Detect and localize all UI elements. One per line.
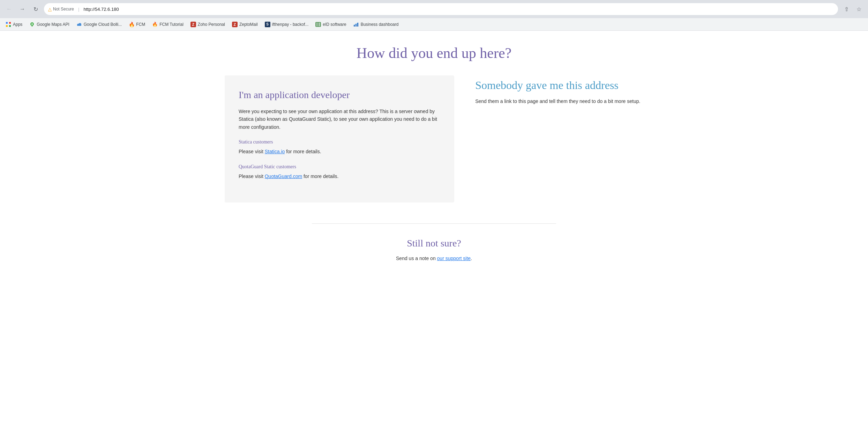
reload-button[interactable]: ↻: [31, 4, 40, 14]
svg-rect-18: [357, 23, 358, 27]
bottom-section: Still not sure? Send us a note on our su…: [312, 223, 556, 262]
security-label: Not Secure: [53, 7, 74, 12]
security-warning: △ Not Secure: [48, 7, 74, 12]
svg-rect-16: [354, 25, 355, 27]
bookmark-business-label: Business dashboard: [361, 22, 399, 27]
bookmark-maps-label: Google Maps API: [37, 22, 69, 27]
statica-paragraph: Please visit Statica.io for more details…: [239, 148, 440, 155]
bookmark-eid[interactable]: eID software: [313, 20, 349, 29]
business-icon: [353, 22, 359, 27]
bookmark-zeptomail[interactable]: Z ZeptoMail: [229, 20, 261, 29]
bookmark-ifthenpay-label: ifthenpay - backof...: [272, 22, 309, 27]
statica-text-before: Please visit: [239, 149, 265, 154]
bottom-title: Still not sure?: [312, 238, 556, 249]
bookmark-cloud-label: Google Cloud Bolli...: [84, 22, 122, 27]
bookmark-zepto-label: ZeptoMail: [239, 22, 258, 27]
support-link[interactable]: our support site: [437, 256, 471, 261]
browser-chrome: ← → ↻ △ Not Secure | http://54.72.6.180 …: [0, 0, 868, 31]
quota-paragraph: Please visit QuotaGuard.com for more det…: [239, 172, 440, 180]
bookmark-fcm[interactable]: 🔥 FCM: [126, 20, 148, 29]
two-column-layout: I'm an application developer Were you ex…: [225, 75, 643, 202]
left-card-body: Were you expecting to see your own appli…: [239, 108, 440, 131]
title-bar: ← → ↻ △ Not Secure | http://54.72.6.180 …: [0, 0, 868, 18]
back-button[interactable]: ←: [4, 4, 14, 14]
bookmark-zoho-label: Zoho Personal: [198, 22, 225, 27]
svg-rect-0: [6, 22, 8, 24]
cloud-icon: [76, 22, 82, 27]
bookmark-fcm-label: FCM: [136, 22, 145, 27]
bookmark-button[interactable]: ☆: [854, 4, 864, 14]
warning-icon: △: [48, 7, 52, 12]
bookmarks-bar: Apps Google Maps API Googl: [0, 18, 868, 31]
bottom-body: Send us a note on our support site.: [312, 254, 556, 262]
bookmark-google-maps[interactable]: Google Maps API: [27, 20, 72, 29]
bookmark-eid-label: eID software: [323, 22, 346, 27]
bookmark-apps[interactable]: Apps: [3, 20, 25, 29]
quota-text-after: for more details.: [302, 173, 338, 179]
page-content: How did you end up here? I'm an applicat…: [0, 31, 868, 421]
forward-button[interactable]: →: [17, 4, 27, 14]
left-card: I'm an application developer Were you ex…: [225, 75, 454, 202]
toolbar-right: ⇧ ☆: [841, 4, 864, 14]
quota-label: QuotaGuard Static customers: [239, 164, 440, 170]
right-column: Somebody gave me this address Send them …: [475, 75, 643, 105]
bookmark-fcm-tutorial[interactable]: 🔥 FCM Tutorial: [149, 20, 186, 29]
ifthenpay-icon: S: [265, 22, 270, 27]
quota-link[interactable]: QuotaGuard.com: [265, 173, 302, 179]
statica-text-after: for more details.: [285, 149, 321, 154]
statica-link[interactable]: Statica.io: [265, 149, 285, 154]
bookmark-business[interactable]: Business dashboard: [351, 20, 402, 29]
url-text: http://54.72.6.180: [83, 7, 119, 12]
maps-icon: [29, 22, 35, 27]
share-button[interactable]: ⇧: [841, 4, 851, 14]
address-bar[interactable]: △ Not Secure | http://54.72.6.180: [44, 3, 838, 15]
right-title: Somebody gave me this address: [475, 79, 643, 92]
fcm-tutorial-icon: 🔥: [152, 22, 158, 27]
zoho-icon: Z: [190, 22, 196, 27]
svg-rect-1: [9, 22, 11, 24]
svg-rect-3: [9, 25, 11, 27]
bookmark-google-cloud[interactable]: Google Cloud Bolli...: [74, 20, 125, 29]
statica-label: Statica customers: [239, 139, 440, 145]
bookmark-zoho[interactable]: Z Zoho Personal: [188, 20, 228, 29]
bookmark-fcm-tutorial-label: FCM Tutorial: [159, 22, 184, 27]
svg-point-5: [31, 23, 33, 25]
left-card-title: I'm an application developer: [239, 89, 440, 101]
separator: |: [78, 7, 79, 12]
zeptomail-icon: Z: [232, 22, 238, 27]
bookmark-ifthenpay[interactable]: S ifthenpay - backof...: [262, 20, 312, 29]
main-title: How did you end up here?: [7, 45, 861, 61]
apps-icon: [6, 22, 11, 27]
eid-icon: [315, 22, 321, 27]
bookmark-apps-label: Apps: [13, 22, 22, 27]
svg-rect-9: [77, 25, 81, 26]
fcm-icon: 🔥: [129, 22, 134, 27]
quota-text-before: Please visit: [239, 173, 265, 179]
right-body: Send them a link to this page and tell t…: [475, 97, 643, 105]
svg-rect-2: [6, 25, 8, 27]
bottom-text-after: .: [471, 256, 472, 261]
bottom-text-before: Send us a note on: [396, 256, 437, 261]
